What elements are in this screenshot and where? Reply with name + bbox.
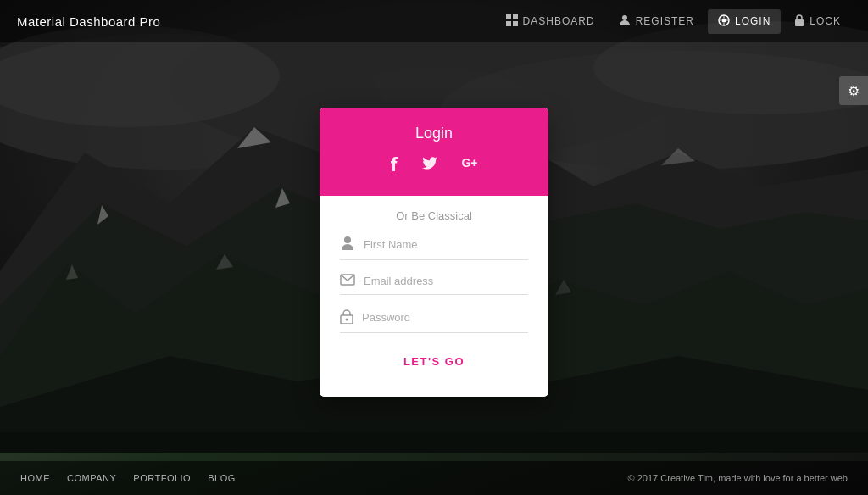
login-icon [718, 14, 730, 29]
email-icon [340, 274, 355, 289]
svg-point-27 [723, 16, 725, 18]
footer: HOME COMPANY PORTFOLIO BLOG © 2017 Creat… [0, 461, 868, 495]
nav-dashboard-label: Dashboard [523, 15, 595, 27]
footer-blog[interactable]: BLOG [208, 473, 236, 483]
login-card: Login G+ Or Be Classical [320, 108, 548, 397]
card-title: Login [340, 125, 528, 142]
twitter-icon[interactable] [422, 156, 437, 175]
nav-login[interactable]: Login [708, 9, 781, 34]
svg-point-35 [346, 318, 348, 320]
footer-company[interactable]: COMPANY [67, 473, 116, 483]
footer-portfolio[interactable]: PORTFOLIO [133, 473, 191, 483]
footer-home[interactable]: HOME [20, 473, 50, 483]
facebook-icon[interactable] [390, 156, 398, 175]
svg-point-32 [344, 236, 351, 243]
svg-rect-23 [513, 21, 518, 26]
svg-point-26 [721, 18, 726, 22]
submit-button[interactable]: LET'S GO [340, 347, 528, 376]
email-field-group [340, 274, 528, 295]
password-lock-icon [340, 309, 353, 327]
nav-login-label: Login [735, 15, 771, 27]
settings-icon: ⚙ [848, 83, 860, 99]
or-text: Or Be Classical [340, 209, 528, 222]
firstname-field-group [340, 236, 528, 260]
password-field-group [340, 309, 528, 333]
card-header: Login G+ [320, 108, 548, 196]
nav-lock-label: Lock [810, 15, 841, 27]
nav-register-label: Register [636, 15, 694, 27]
email-input[interactable] [364, 275, 528, 287]
svg-rect-31 [795, 19, 804, 26]
navbar: Material Dashboard Pro Dashboard Regis [0, 0, 868, 42]
svg-rect-21 [513, 14, 518, 19]
firstname-input[interactable] [364, 238, 528, 251]
brand: Material Dashboard Pro [17, 14, 160, 29]
svg-point-28 [723, 23, 725, 25]
nav-register[interactable]: Register [609, 9, 704, 34]
svg-rect-22 [506, 21, 511, 26]
settings-button[interactable]: ⚙ [839, 76, 868, 105]
password-input[interactable] [362, 311, 528, 324]
footer-links: HOME COMPANY PORTFOLIO BLOG [20, 473, 236, 483]
nav-items: Dashboard Register [496, 9, 851, 34]
card-body: Or Be Classical [320, 196, 548, 397]
svg-point-30 [726, 19, 728, 21]
nav-lock[interactable]: Lock [784, 9, 851, 34]
main-content: Login G+ Or Be Classical [0, 42, 868, 461]
person-icon [340, 236, 355, 254]
google-icon[interactable]: G+ [461, 156, 477, 175]
register-icon [619, 14, 631, 29]
nav-dashboard[interactable]: Dashboard [496, 9, 605, 34]
svg-point-29 [720, 19, 721, 21]
dashboard-icon [506, 14, 518, 29]
lock-icon [794, 14, 804, 29]
footer-copyright: © 2017 Creative Tim, made with love for … [628, 473, 848, 483]
social-icons: G+ [340, 156, 528, 175]
svg-rect-20 [506, 14, 511, 19]
svg-point-24 [622, 15, 627, 20]
